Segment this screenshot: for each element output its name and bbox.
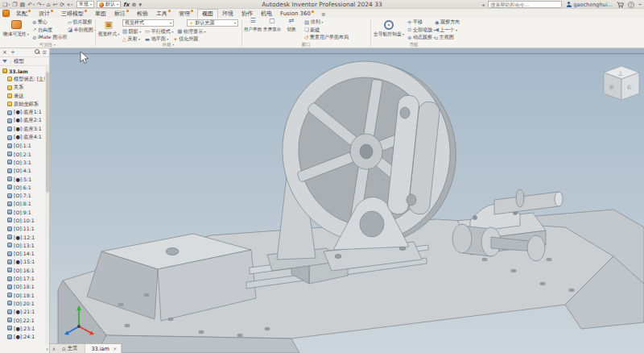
ribbon-tab[interactable]: 管理 (175, 9, 197, 18)
document-tab[interactable]: 33.iam × (85, 344, 122, 353)
open-button[interactable]: ❐ (12, 1, 17, 9)
browser-tree-node[interactable]: 表达 (0, 92, 45, 100)
new-button[interactable]: ❏ (2, 1, 10, 9)
ribbon-tab[interactable]: 视图 (197, 9, 218, 18)
panel-label-window[interactable]: 窗口 (243, 41, 369, 48)
ribbon-tab[interactable]: Fusion 360 (276, 9, 318, 18)
ribbon-tab[interactable]: 草图 (91, 9, 110, 18)
browser-tree-node[interactable]: [O]:19:1 (0, 291, 45, 299)
full-screen-button[interactable]: 全屏显示 (262, 19, 282, 32)
redo-button[interactable]: ↷ (37, 1, 44, 9)
user-interface-button[interactable]: 用户界面 (243, 19, 262, 32)
home-button[interactable]: ⌂ (47, 1, 50, 9)
object-visibility-button[interactable]: 物体可见性 (2, 19, 31, 42)
browser-scroll-down-arrow[interactable]: ∨ (45, 345, 49, 353)
lighting-style-combo[interactable]: 默认光源▾ (187, 19, 238, 27)
browser-tree-node[interactable]: [●]:底座3:1 (0, 125, 45, 133)
browser-tree-node[interactable]: [●]:底座2:1 (0, 117, 45, 125)
panel-label-navigate[interactable]: 导航 (372, 41, 456, 48)
ribbon-tab[interactable]: 工具 (152, 9, 175, 18)
switch-windows-button[interactable]: 切换 (282, 19, 301, 32)
appearance-combo[interactable]: 默认 ▾ (97, 1, 121, 8)
browser-tree-node[interactable]: [●]:底座1:1 (0, 108, 45, 116)
browser-tree-node[interactable]: [O]:7:1 (0, 191, 45, 199)
look-at-button[interactable]: 观察方向 (435, 19, 460, 27)
browser-tree-node[interactable]: 模型状态: [主要] (0, 75, 45, 83)
qat-more-button[interactable]: ▾ (138, 1, 142, 9)
material-combo[interactable]: 常规 ▾ (76, 1, 94, 8)
browser-tree-node[interactable]: [●]:21:1 (0, 308, 45, 316)
browser-tree-node[interactable]: 原始坐标系 (0, 100, 45, 108)
browser-scrollbar-thumb[interactable] (46, 72, 49, 193)
ribbon-tab[interactable]: 设计 (35, 9, 57, 18)
browser-tree-node[interactable]: [O]:2:1 (0, 150, 45, 158)
undo-button[interactable]: ↶ (27, 1, 35, 9)
browser-tree-node[interactable]: [O]:20:1 (0, 299, 45, 307)
ribbon-tab[interactable]: 装配 (12, 9, 35, 18)
select-button[interactable]: ⌖ (67, 1, 72, 9)
help-search-input[interactable] (488, 1, 562, 8)
browser-tree-node[interactable]: [●]:5:1 (0, 175, 45, 183)
ribbon-tab[interactable]: 标注 (110, 9, 133, 18)
browser-tree-node[interactable]: [O]:17:1 (0, 274, 45, 282)
browser-tree-node[interactable]: [O]:14:1 (0, 250, 45, 258)
collapse-arrow-icon[interactable]: ◂ (481, 2, 484, 7)
browser-tree-node[interactable]: [O]:22:1 (0, 316, 45, 324)
browser-tree-node[interactable]: [O]:11:1 (0, 225, 45, 233)
file-menu-button[interactable] (2, 10, 10, 17)
ribbon-tab[interactable]: 检验 (133, 9, 152, 18)
doc-tabs-collapse-arrow[interactable]: ∧ (50, 344, 58, 353)
browser-tree-node[interactable]: [O]:9:1 (0, 208, 45, 216)
previous-view-button[interactable]: 上一个 (435, 27, 460, 35)
3d-viewport[interactable]: 上 前 右 (50, 48, 644, 353)
browser-tree-node[interactable]: [O]:13:1 (0, 241, 45, 249)
browser-menu-icon[interactable]: ≡ (43, 49, 47, 56)
zoom-all-button[interactable]: 全部缩放 (407, 27, 435, 35)
browser-tree-node[interactable]: [O]:4:1 (0, 167, 45, 175)
document-tab[interactable]: 主页 (58, 344, 85, 353)
return-button[interactable]: ↩ (52, 1, 57, 9)
panel-label-visibility[interactable]: 可见性 ▾ (2, 41, 93, 48)
browser-tree-node[interactable]: [O]:1:1 (0, 142, 45, 150)
degrees-of-freedom-button[interactable]: 自由度 (32, 27, 67, 35)
browser-tree-node[interactable]: [O]:3:1 (0, 158, 45, 166)
orthographic-button[interactable]: 平行模式 (145, 28, 173, 36)
measure-button[interactable]: ⊕ (132, 1, 137, 9)
visual-style-combo[interactable]: 视觉样式▾ (122, 19, 174, 27)
ribbon-tab[interactable]: 三维模型 (57, 9, 91, 18)
browser-tree-node[interactable]: 关系 (0, 84, 45, 92)
ribbon-tab[interactable]: 环境 (218, 9, 237, 18)
document-tab-close[interactable]: × (113, 346, 117, 352)
browser-tree-node[interactable]: 33.iam (0, 67, 45, 75)
update-button[interactable]: ⟳ (60, 1, 64, 9)
arrange-windows-button[interactable]: 排列 (304, 19, 349, 27)
view-cube[interactable]: 上 前 右 (604, 66, 639, 100)
pan-button[interactable]: 平移 (407, 19, 435, 27)
addins-button[interactable]: ⊕ (318, 11, 328, 18)
browser-tree-node[interactable]: [●]:12:1 (0, 233, 45, 241)
browser-tree-node[interactable]: [●]:底座4:1 (0, 133, 45, 141)
visual-style-button[interactable]: ▣ 视觉样式 (97, 19, 121, 42)
browser-tree-node[interactable]: [O]:8:1 (0, 200, 45, 208)
panel-label-appearance[interactable]: 外观 ▾ (97, 41, 240, 48)
browser-scrollbar[interactable] (45, 67, 49, 345)
browser-filter-icon[interactable] (2, 60, 7, 63)
shadows-button[interactable]: 阴影 (122, 28, 141, 36)
new-window-button[interactable]: 新建 (304, 27, 349, 35)
signed-in-user[interactable]: gaochenghui… (566, 2, 613, 8)
navigation-wheel-button[interactable]: 全导航控制盘 (372, 19, 406, 42)
browser-search-icon[interactable] (35, 49, 39, 54)
browser-tree-node[interactable]: [O]:16:1 (0, 266, 45, 274)
parameters-button[interactable]: fx (123, 1, 130, 9)
help-icon[interactable]: ? (628, 2, 634, 8)
browser-tree-node[interactable]: [●]:24:1 (0, 333, 45, 341)
textures-button[interactable]: 纹理显示 (177, 28, 205, 36)
minimize-button[interactable]: – (638, 1, 642, 8)
browser-close-button[interactable]: × (2, 49, 7, 56)
half-section-view-button[interactable]: 半剖视图 (68, 27, 96, 35)
browser-tree-node[interactable]: [●]:15:1 (0, 258, 45, 266)
slice-graphics-button[interactable]: 切片观察 (68, 19, 96, 27)
browser-tree-node[interactable]: [O]:10:1 (0, 216, 45, 224)
browser-add-tab-button[interactable]: + (10, 49, 15, 56)
center-of-gravity-button[interactable]: 重心 (32, 19, 67, 27)
